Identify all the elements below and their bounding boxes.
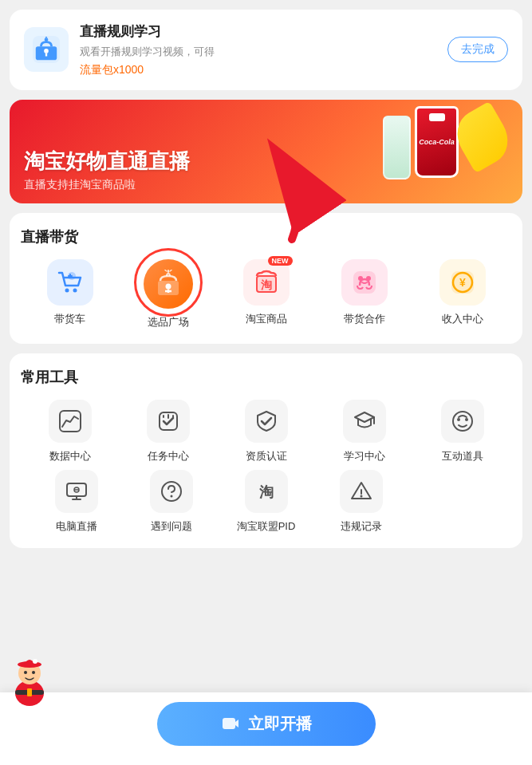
collab-icon-box: [341, 259, 388, 306]
live-section-title: 直播带货: [21, 227, 511, 246]
task-desc: 观看开播规则学习视频，可得: [80, 44, 436, 60]
tools-section-title: 常用工具: [21, 368, 511, 387]
cart-label: 带货车: [54, 312, 85, 326]
live-section: 直播带货 带货车: [10, 213, 522, 344]
interact-icon: [441, 400, 484, 443]
bottom-bar: 立即开播: [0, 692, 532, 765]
live-item-taobao[interactable]: NEW 淘 淘宝商品: [231, 259, 302, 329]
svg-point-5: [45, 38, 49, 42]
live-button[interactable]: 立即开播: [157, 702, 376, 746]
tools-section: 常用工具 数据中心 任务中心: [10, 353, 522, 548]
tool-pc-live[interactable]: 电脑直播: [29, 470, 124, 534]
live-item-collab[interactable]: 带货合作: [329, 259, 400, 329]
live-icon-grid: 带货车 选品广场: [21, 259, 511, 329]
task-card: 直播规则学习 观看开播规则学习视频，可得 流量包x1000 去完成: [10, 10, 522, 90]
question-icon: [150, 470, 193, 513]
tool-data-center[interactable]: 数据中心: [34, 400, 106, 463]
tool-cert[interactable]: 资质认证: [231, 400, 302, 463]
taobao-pid-icon: 淘: [245, 470, 288, 513]
svg-text:淘: 淘: [259, 484, 274, 500]
live-item-select[interactable]: 选品广场: [132, 259, 204, 329]
svg-point-46: [33, 659, 37, 664]
svg-point-7: [65, 288, 69, 292]
task-text: 直播规则学习 观看开播规则学习视频，可得 流量包x1000: [80, 22, 436, 77]
tool-violation[interactable]: 违规记录: [313, 470, 408, 534]
svg-point-39: [170, 495, 172, 497]
task-center-label: 任务中心: [148, 449, 189, 463]
live-item-cart[interactable]: 带货车: [34, 259, 106, 329]
taobao-pid-label: 淘宝联盟PID: [237, 519, 296, 534]
svg-point-30: [453, 412, 472, 431]
task-center-icon: [147, 400, 190, 443]
task-reward: 流量包x1000: [80, 63, 436, 77]
violation-label: 违规记录: [341, 519, 382, 534]
svg-point-31: [457, 418, 460, 421]
svg-point-42: [360, 495, 362, 497]
svg-point-11: [165, 283, 171, 289]
new-badge: NEW: [268, 256, 293, 266]
question-label: 遇到问题: [151, 519, 192, 534]
pc-live-icon: [55, 470, 98, 513]
task-title: 直播规则学习: [80, 22, 436, 41]
svg-point-32: [465, 418, 468, 421]
svg-rect-50: [27, 688, 32, 696]
cert-icon: [245, 400, 288, 443]
select-icon-box: [144, 259, 193, 309]
task-icon: [24, 27, 69, 72]
banner-subtitle: 直播支持挂淘宝商品啦: [24, 178, 508, 192]
select-label: 选品广场: [148, 315, 189, 329]
cert-label: 资质认证: [246, 449, 287, 463]
svg-text:淘: 淘: [261, 279, 272, 291]
mascot-character: [8, 653, 52, 709]
data-center-label: 数据中心: [49, 449, 91, 463]
svg-point-19: [358, 276, 363, 281]
svg-rect-51: [223, 718, 235, 729]
live-item-income[interactable]: ¥ 收入中心: [427, 259, 499, 329]
pc-live-label: 电脑直播: [56, 519, 97, 534]
tool-question[interactable]: 遇到问题: [124, 470, 219, 534]
learn-icon: [343, 400, 386, 443]
taobao-icon-box: NEW 淘: [243, 259, 290, 306]
live-button-label: 立即开播: [248, 713, 312, 735]
violation-icon: [340, 470, 383, 513]
income-icon-box: ¥: [439, 259, 486, 306]
complete-button[interactable]: 去完成: [447, 37, 508, 62]
svg-point-20: [366, 276, 371, 281]
income-label: 收入中心: [442, 312, 483, 326]
taobao-label: 淘宝商品: [246, 312, 287, 326]
cart-icon-box: [47, 259, 93, 306]
svg-point-47: [24, 671, 27, 674]
tool-interact[interactable]: 互动道具: [427, 400, 499, 463]
banner-title: 淘宝好物直通直播: [24, 149, 508, 174]
banner-text: 淘宝好物直通直播 直播支持挂淘宝商品啦: [24, 149, 508, 191]
svg-point-8: [73, 288, 77, 292]
svg-text:¥: ¥: [459, 276, 466, 289]
tools-row-1: 数据中心 任务中心 资质认证: [21, 400, 511, 463]
tools-row-2: 电脑直播 遇到问题 淘 淘宝联盟PID: [21, 470, 511, 534]
tool-task-center[interactable]: 任务中心: [132, 400, 204, 463]
collab-label: 带货合作: [344, 312, 385, 326]
svg-point-2: [44, 49, 49, 53]
interact-label: 互动道具: [442, 449, 483, 463]
learn-label: 学习中心: [344, 449, 385, 463]
svg-point-48: [32, 671, 35, 674]
tool-learn[interactable]: 学习中心: [329, 400, 400, 463]
live-button-icon: [221, 715, 240, 734]
tool-taobao-pid[interactable]: 淘 淘宝联盟PID: [219, 470, 313, 534]
banner[interactable]: 淘宝好物直通直播 直播支持挂淘宝商品啦 Coca-Cola: [10, 100, 522, 203]
data-center-icon: [49, 400, 92, 443]
